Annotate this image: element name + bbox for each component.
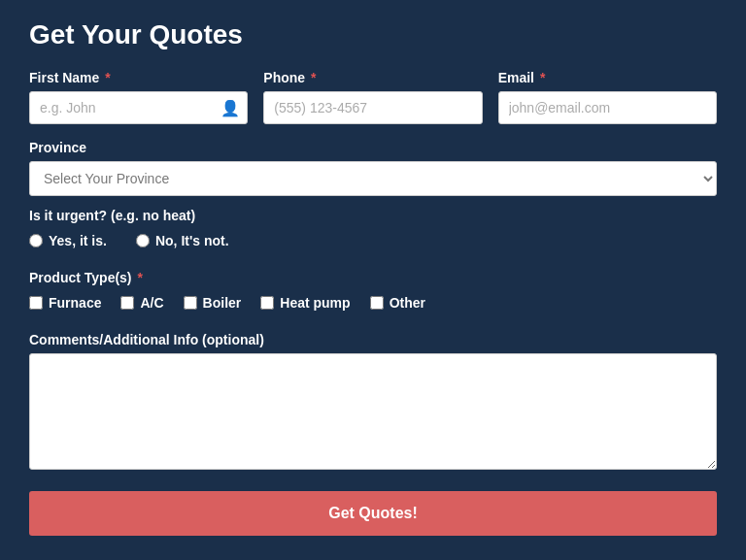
furnace-checkbox[interactable] <box>29 296 43 310</box>
comments-textarea[interactable] <box>29 353 717 470</box>
urgent-no-option[interactable]: No, It's not. <box>136 233 229 248</box>
phone-input[interactable] <box>263 91 482 124</box>
page-title: Get Your Quotes <box>29 19 717 50</box>
urgent-no-radio[interactable] <box>136 234 150 247</box>
urgent-no-label: No, It's not. <box>155 233 229 248</box>
ac-option[interactable]: A/C <box>120 295 163 311</box>
phone-required: * <box>311 70 316 85</box>
product-types-section: Product Type(s) * Furnace A/C Boiler Hea… <box>29 270 717 316</box>
phone-label: Phone * <box>263 70 482 85</box>
urgent-yes-label: Yes, it is. <box>49 233 107 248</box>
furnace-option[interactable]: Furnace <box>29 295 101 311</box>
phone-group: Phone * <box>263 70 482 124</box>
product-types-label: Product Type(s) * <box>29 270 717 285</box>
boiler-label: Boiler <box>203 295 242 311</box>
boiler-option[interactable]: Boiler <box>184 295 242 311</box>
province-select[interactable]: Select Your ProvinceAlbertaBritish Colum… <box>29 161 717 196</box>
first-name-label: First Name * <box>29 70 248 85</box>
comments-group: Comments/Additional Info (optional) <box>29 332 717 470</box>
urgent-label: Is it urgent? (e.g. no heat) <box>29 208 717 223</box>
other-option[interactable]: Other <box>370 295 425 311</box>
first-name-input[interactable] <box>29 91 248 124</box>
ac-checkbox[interactable] <box>120 296 134 310</box>
email-group: Email * <box>498 70 717 124</box>
product-types-checkbox-group: Furnace A/C Boiler Heat pump Other <box>29 295 717 316</box>
email-required: * <box>540 70 545 85</box>
urgent-radio-group: Yes, it is. No, It's not. <box>29 233 717 254</box>
urgent-section: Is it urgent? (e.g. no heat) Yes, it is.… <box>29 208 717 254</box>
heat-pump-option[interactable]: Heat pump <box>260 295 350 311</box>
urgent-yes-radio[interactable] <box>29 234 43 247</box>
heat-pump-label: Heat pump <box>280 295 350 311</box>
first-name-group: First Name * 👤 <box>29 70 248 124</box>
province-group: Province Select Your ProvinceAlbertaBrit… <box>29 140 717 196</box>
boiler-checkbox[interactable] <box>184 296 197 310</box>
other-label: Other <box>390 295 425 311</box>
email-label: Email * <box>498 70 717 85</box>
comments-label: Comments/Additional Info (optional) <box>29 332 717 347</box>
first-name-input-wrapper: 👤 <box>29 91 248 124</box>
submit-button[interactable]: Get Quotes! <box>29 491 717 536</box>
email-input[interactable] <box>498 91 717 124</box>
furnace-label: Furnace <box>49 295 101 311</box>
other-checkbox[interactable] <box>370 296 384 310</box>
product-types-required: * <box>137 270 142 285</box>
province-label: Province <box>29 140 717 155</box>
urgent-yes-option[interactable]: Yes, it is. <box>29 233 107 248</box>
ac-label: A/C <box>140 295 163 311</box>
first-name-required: * <box>105 70 110 85</box>
heat-pump-checkbox[interactable] <box>260 296 274 310</box>
